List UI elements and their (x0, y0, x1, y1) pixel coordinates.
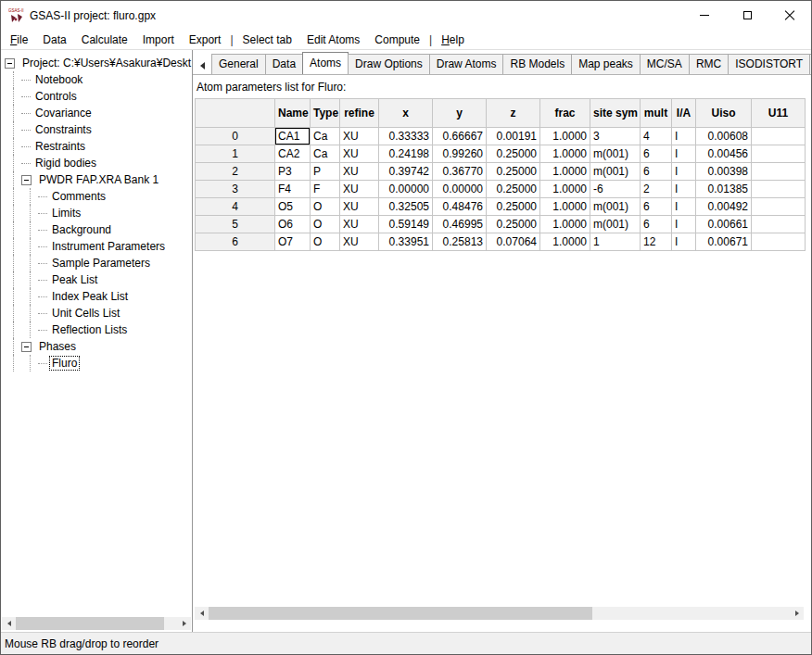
cell-y[interactable]: 0.25813 (433, 233, 487, 251)
cell-uiso[interactable]: 0.00398 (696, 163, 752, 181)
cell-z[interactable]: 0.00191 (487, 128, 540, 145)
cell-mult[interactable]: 6 (641, 198, 672, 216)
row-header[interactable]: 2 (196, 163, 275, 181)
cell-refine[interactable]: XU (340, 163, 379, 181)
cell-y[interactable]: 0.00000 (433, 181, 487, 198)
cell-uiso[interactable]: 0.01385 (696, 181, 752, 198)
tab-scroll-left-button[interactable] (195, 57, 209, 74)
cell-i-a[interactable]: I (672, 181, 696, 198)
minimize-button[interactable] (683, 1, 726, 30)
tab-draw-atoms[interactable]: Draw Atoms (429, 54, 504, 74)
cell-site-sym[interactable]: 3 (590, 128, 641, 145)
cell-site-sym[interactable]: m(001) (590, 163, 641, 181)
cell-z[interactable]: 0.25000 (487, 181, 540, 198)
menu-compute[interactable]: Compute (367, 31, 427, 48)
cell-mult[interactable]: 6 (641, 145, 672, 163)
menu-select-tab[interactable]: Select tab (235, 31, 299, 48)
cell-frac[interactable]: 1.0000 (540, 145, 590, 163)
cell-x[interactable]: 0.59149 (379, 216, 433, 233)
cell-u11[interactable] (752, 163, 806, 181)
tab-data[interactable]: Data (265, 54, 303, 74)
cell-site-sym[interactable]: m(001) (590, 145, 641, 163)
cell-i-a[interactable]: I (672, 128, 696, 145)
row-header[interactable]: 4 (196, 198, 275, 216)
tree-item-background[interactable]: Background (5, 221, 192, 238)
cell-uiso[interactable]: 0.00608 (696, 128, 752, 145)
tree-item-rigid-bodies[interactable]: Rigid bodies (5, 155, 192, 171)
tree-scrollbar-track[interactable] (16, 617, 177, 630)
cell-type[interactable]: P (311, 163, 340, 181)
cell-site-sym[interactable]: m(001) (590, 216, 641, 233)
menu-calculate[interactable]: Calculate (74, 31, 135, 48)
tab-tex[interactable]: Tex (809, 54, 811, 74)
cell-frac[interactable]: 1.0000 (540, 233, 590, 251)
cell-refine[interactable]: XU (340, 145, 379, 163)
cell-y[interactable]: 0.66667 (433, 128, 487, 145)
grid-corner-header[interactable] (196, 99, 275, 128)
cell-mult[interactable]: 6 (641, 216, 672, 233)
cell-y[interactable]: 0.99260 (433, 145, 487, 163)
tree-scroll-left-button[interactable] (2, 617, 16, 630)
cell-name[interactable]: O6 (275, 216, 311, 233)
tree-item-limits[interactable]: Limits (5, 205, 192, 221)
cell-refine[interactable]: XU (340, 128, 379, 145)
grid-scrollbar-thumb[interactable] (209, 607, 592, 620)
cell-x[interactable]: 0.32505 (379, 198, 433, 216)
col-header-uiso[interactable]: Uiso (696, 99, 752, 128)
tree-scrollbar-thumb[interactable] (16, 617, 164, 630)
menu-help[interactable]: Help (434, 31, 472, 48)
cell-frac[interactable]: 1.0000 (540, 181, 590, 198)
tree-item-project-c-users-asakura-deskt[interactable]: Project: C:¥Users¥Asakura¥Deskt (5, 55, 192, 71)
grid-scroll-left-button[interactable] (195, 607, 209, 620)
tree-item-notebook[interactable]: Notebook (5, 71, 192, 88)
cell-y[interactable]: 0.46995 (433, 216, 487, 233)
col-header-refine[interactable]: refine (340, 99, 379, 128)
row-header[interactable]: 3 (196, 181, 275, 198)
cell-z[interactable]: 0.07064 (487, 233, 540, 251)
col-header-x[interactable]: x (379, 99, 433, 128)
cell-u11[interactable] (752, 181, 806, 198)
col-header-mult[interactable]: mult (641, 99, 672, 128)
cell-i-a[interactable]: I (672, 198, 696, 216)
cell-type[interactable]: Ca (311, 145, 340, 163)
close-button[interactable] (768, 1, 811, 30)
cell-refine[interactable]: XU (340, 233, 379, 251)
menu-export[interactable]: Export (182, 31, 229, 48)
cell-i-a[interactable]: I (672, 233, 696, 251)
cell-uiso[interactable]: 0.00456 (696, 145, 752, 163)
col-header-site-sym[interactable]: site sym (590, 99, 641, 128)
tree-scroll-right-button[interactable] (177, 617, 191, 630)
tree-item-controls[interactable]: Controls (5, 88, 192, 105)
row-header[interactable]: 6 (196, 233, 275, 251)
cell-x[interactable]: 0.00000 (379, 181, 433, 198)
tree-collapse-icon[interactable] (5, 58, 15, 69)
col-header-name[interactable]: Name (275, 99, 311, 128)
cell-name[interactable]: P3 (275, 163, 311, 181)
cell-frac[interactable]: 1.0000 (540, 128, 590, 145)
cell-i-a[interactable]: I (672, 216, 696, 233)
cell-refine[interactable]: XU (340, 181, 379, 198)
cell-frac[interactable]: 1.0000 (540, 216, 590, 233)
maximize-button[interactable] (726, 1, 768, 30)
cell-frac[interactable]: 1.0000 (540, 163, 590, 181)
col-header-y[interactable]: y (433, 99, 487, 128)
menu-import[interactable]: Import (135, 31, 182, 48)
cell-i-a[interactable]: I (672, 145, 696, 163)
cell-frac[interactable]: 1.0000 (540, 198, 590, 216)
cell-x[interactable]: 0.39742 (379, 163, 433, 181)
tree-item-sample-parameters[interactable]: Sample Parameters (5, 255, 192, 271)
tree-collapse-icon[interactable] (21, 342, 32, 352)
col-header-u11[interactable]: U11 (752, 99, 806, 128)
row-header[interactable]: 1 (196, 145, 275, 163)
cell-u11[interactable] (752, 145, 806, 163)
cell-name[interactable]: CA2 (275, 145, 311, 163)
tree-item-index-peak-list[interactable]: Index Peak List (5, 288, 192, 305)
cell-y[interactable]: 0.36770 (433, 163, 487, 181)
cell-mult[interactable]: 12 (641, 233, 672, 251)
tab-mc-sa[interactable]: MC/SA (640, 54, 690, 74)
cell-uiso[interactable]: 0.00661 (696, 216, 752, 233)
cell-y[interactable]: 0.48476 (433, 198, 487, 216)
cell-site-sym[interactable]: m(001) (590, 198, 641, 216)
cell-x[interactable]: 0.33951 (379, 233, 433, 251)
cell-mult[interactable]: 4 (641, 128, 672, 145)
